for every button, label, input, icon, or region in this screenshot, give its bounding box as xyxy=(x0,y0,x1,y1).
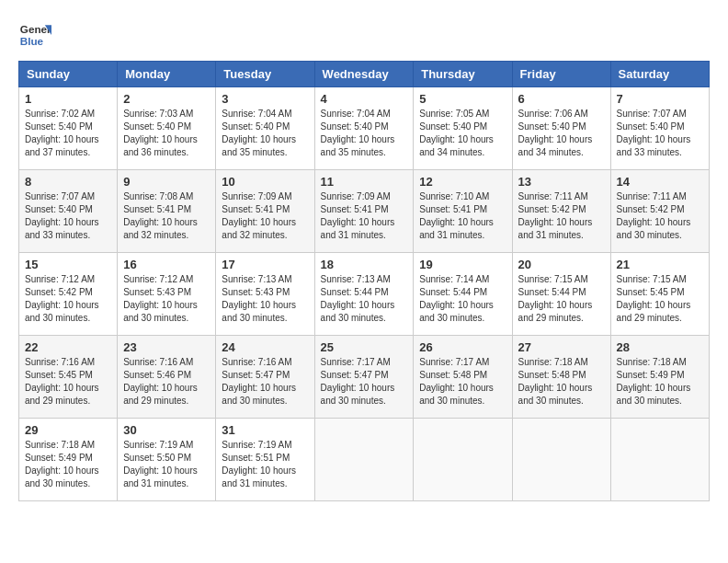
day-number: 16 xyxy=(123,258,210,271)
day-info: Sunrise: 7:16 AMSunset: 5:47 PMDaylight:… xyxy=(222,357,296,406)
day-info: Sunrise: 7:17 AMSunset: 5:47 PMDaylight:… xyxy=(321,357,395,406)
calendar-cell: 21 Sunrise: 7:15 AMSunset: 5:45 PMDaylig… xyxy=(610,253,709,336)
day-number: 14 xyxy=(617,175,703,189)
logo: General Blue xyxy=(18,18,51,52)
day-info: Sunrise: 7:05 AMSunset: 5:40 PMDaylight:… xyxy=(419,109,494,157)
day-info: Sunrise: 7:17 AMSunset: 5:48 PMDaylight:… xyxy=(419,357,494,406)
calendar-cell: 12 Sunrise: 7:10 AMSunset: 5:41 PMDaylig… xyxy=(414,170,512,253)
day-info: Sunrise: 7:10 AMSunset: 5:41 PMDaylight:… xyxy=(419,191,494,240)
day-info: Sunrise: 7:16 AMSunset: 5:45 PMDaylight:… xyxy=(25,357,99,406)
calendar-header-monday: Monday xyxy=(118,62,216,87)
day-info: Sunrise: 7:12 AMSunset: 5:43 PMDaylight:… xyxy=(123,274,198,323)
calendar-header-row: SundayMondayTuesdayWednesdayThursdayFrid… xyxy=(19,62,710,87)
day-info: Sunrise: 7:13 AMSunset: 5:44 PMDaylight:… xyxy=(321,274,395,323)
day-number: 22 xyxy=(25,340,111,354)
day-number: 27 xyxy=(518,340,605,354)
calendar-week-row: 15 Sunrise: 7:12 AMSunset: 5:42 PMDaylig… xyxy=(19,253,710,336)
calendar-cell: 31 Sunrise: 7:19 AMSunset: 5:51 PMDaylig… xyxy=(216,419,314,501)
day-number: 19 xyxy=(419,258,506,271)
calendar-cell: 1 Sunrise: 7:02 AMSunset: 5:40 PMDayligh… xyxy=(19,87,118,170)
day-number: 15 xyxy=(25,258,111,271)
day-info: Sunrise: 7:14 AMSunset: 5:44 PMDaylight:… xyxy=(419,274,494,323)
calendar-cell: 30 Sunrise: 7:19 AMSunset: 5:50 PMDaylig… xyxy=(118,419,216,501)
calendar-cell xyxy=(414,419,512,501)
calendar-cell: 10 Sunrise: 7:09 AMSunset: 5:41 PMDaylig… xyxy=(216,170,314,253)
day-info: Sunrise: 7:18 AMSunset: 5:49 PMDaylight:… xyxy=(25,440,99,488)
calendar-cell: 27 Sunrise: 7:18 AMSunset: 5:48 PMDaylig… xyxy=(512,336,610,419)
calendar-header-sunday: Sunday xyxy=(19,62,118,87)
day-number: 12 xyxy=(419,175,506,189)
day-info: Sunrise: 7:03 AMSunset: 5:40 PMDaylight:… xyxy=(123,109,198,157)
day-info: Sunrise: 7:19 AMSunset: 5:50 PMDaylight:… xyxy=(123,440,198,488)
day-number: 23 xyxy=(123,340,210,354)
day-number: 11 xyxy=(321,175,408,189)
calendar-week-row: 1 Sunrise: 7:02 AMSunset: 5:40 PMDayligh… xyxy=(19,87,710,170)
calendar-cell: 6 Sunrise: 7:06 AMSunset: 5:40 PMDayligh… xyxy=(512,87,610,170)
calendar-cell xyxy=(610,419,709,501)
day-info: Sunrise: 7:06 AMSunset: 5:40 PMDaylight:… xyxy=(518,109,593,157)
day-info: Sunrise: 7:11 AMSunset: 5:42 PMDaylight:… xyxy=(518,191,593,240)
day-info: Sunrise: 7:09 AMSunset: 5:41 PMDaylight:… xyxy=(321,191,395,240)
calendar-cell: 19 Sunrise: 7:14 AMSunset: 5:44 PMDaylig… xyxy=(414,253,512,336)
calendar-cell: 28 Sunrise: 7:18 AMSunset: 5:49 PMDaylig… xyxy=(610,336,709,419)
calendar-header-tuesday: Tuesday xyxy=(216,62,314,87)
calendar-cell: 2 Sunrise: 7:03 AMSunset: 5:40 PMDayligh… xyxy=(118,87,216,170)
calendar-header-saturday: Saturday xyxy=(610,62,709,87)
calendar-week-row: 29 Sunrise: 7:18 AMSunset: 5:49 PMDaylig… xyxy=(19,419,710,501)
day-info: Sunrise: 7:18 AMSunset: 5:48 PMDaylight:… xyxy=(518,357,593,406)
day-number: 5 xyxy=(419,92,506,106)
calendar-week-row: 8 Sunrise: 7:07 AMSunset: 5:40 PMDayligh… xyxy=(19,170,710,253)
calendar-cell xyxy=(314,419,414,501)
calendar-cell: 5 Sunrise: 7:05 AMSunset: 5:40 PMDayligh… xyxy=(414,87,512,170)
day-info: Sunrise: 7:08 AMSunset: 5:41 PMDaylight:… xyxy=(123,191,198,240)
calendar-cell: 20 Sunrise: 7:15 AMSunset: 5:44 PMDaylig… xyxy=(512,253,610,336)
day-number: 4 xyxy=(321,92,408,106)
day-number: 24 xyxy=(222,340,308,354)
calendar-cell: 29 Sunrise: 7:18 AMSunset: 5:49 PMDaylig… xyxy=(19,419,118,501)
day-info: Sunrise: 7:15 AMSunset: 5:44 PMDaylight:… xyxy=(518,274,593,323)
day-number: 8 xyxy=(25,175,111,189)
day-info: Sunrise: 7:19 AMSunset: 5:51 PMDaylight:… xyxy=(222,440,296,488)
day-number: 30 xyxy=(123,423,210,437)
day-info: Sunrise: 7:13 AMSunset: 5:43 PMDaylight:… xyxy=(222,274,296,323)
calendar-cell: 11 Sunrise: 7:09 AMSunset: 5:41 PMDaylig… xyxy=(314,170,414,253)
day-number: 21 xyxy=(617,258,703,271)
calendar-cell: 24 Sunrise: 7:16 AMSunset: 5:47 PMDaylig… xyxy=(216,336,314,419)
day-info: Sunrise: 7:07 AMSunset: 5:40 PMDaylight:… xyxy=(617,109,691,157)
calendar-cell: 22 Sunrise: 7:16 AMSunset: 5:45 PMDaylig… xyxy=(19,336,118,419)
day-number: 7 xyxy=(617,92,703,106)
day-info: Sunrise: 7:07 AMSunset: 5:40 PMDaylight:… xyxy=(25,191,99,240)
day-info: Sunrise: 7:04 AMSunset: 5:40 PMDaylight:… xyxy=(222,109,296,157)
calendar-cell: 26 Sunrise: 7:17 AMSunset: 5:48 PMDaylig… xyxy=(414,336,512,419)
day-number: 20 xyxy=(518,258,605,271)
calendar-header-wednesday: Wednesday xyxy=(314,62,414,87)
day-number: 9 xyxy=(123,175,210,189)
day-number: 10 xyxy=(222,175,308,189)
calendar-cell: 8 Sunrise: 7:07 AMSunset: 5:40 PMDayligh… xyxy=(19,170,118,253)
day-info: Sunrise: 7:15 AMSunset: 5:45 PMDaylight:… xyxy=(617,274,691,323)
day-number: 25 xyxy=(321,340,408,354)
svg-text:Blue: Blue xyxy=(20,35,44,47)
day-number: 13 xyxy=(518,175,605,189)
generalblue-logo-icon: General Blue xyxy=(18,18,51,52)
calendar-header-thursday: Thursday xyxy=(414,62,512,87)
day-info: Sunrise: 7:02 AMSunset: 5:40 PMDaylight:… xyxy=(25,109,99,157)
day-number: 6 xyxy=(518,92,605,106)
day-number: 1 xyxy=(25,92,111,106)
day-number: 18 xyxy=(321,258,408,271)
calendar-cell: 7 Sunrise: 7:07 AMSunset: 5:40 PMDayligh… xyxy=(610,87,709,170)
calendar-cell: 3 Sunrise: 7:04 AMSunset: 5:40 PMDayligh… xyxy=(216,87,314,170)
calendar-cell: 16 Sunrise: 7:12 AMSunset: 5:43 PMDaylig… xyxy=(118,253,216,336)
day-info: Sunrise: 7:11 AMSunset: 5:42 PMDaylight:… xyxy=(617,191,691,240)
header: General Blue xyxy=(18,18,710,52)
calendar-cell xyxy=(512,419,610,501)
day-info: Sunrise: 7:09 AMSunset: 5:41 PMDaylight:… xyxy=(222,191,296,240)
day-info: Sunrise: 7:04 AMSunset: 5:40 PMDaylight:… xyxy=(321,109,395,157)
calendar-cell: 18 Sunrise: 7:13 AMSunset: 5:44 PMDaylig… xyxy=(314,253,414,336)
day-number: 2 xyxy=(123,92,210,106)
calendar-week-row: 22 Sunrise: 7:16 AMSunset: 5:45 PMDaylig… xyxy=(19,336,710,419)
day-number: 26 xyxy=(419,340,506,354)
day-number: 3 xyxy=(222,92,308,106)
day-number: 31 xyxy=(222,423,308,437)
calendar-table: SundayMondayTuesdayWednesdayThursdayFrid… xyxy=(18,61,710,501)
